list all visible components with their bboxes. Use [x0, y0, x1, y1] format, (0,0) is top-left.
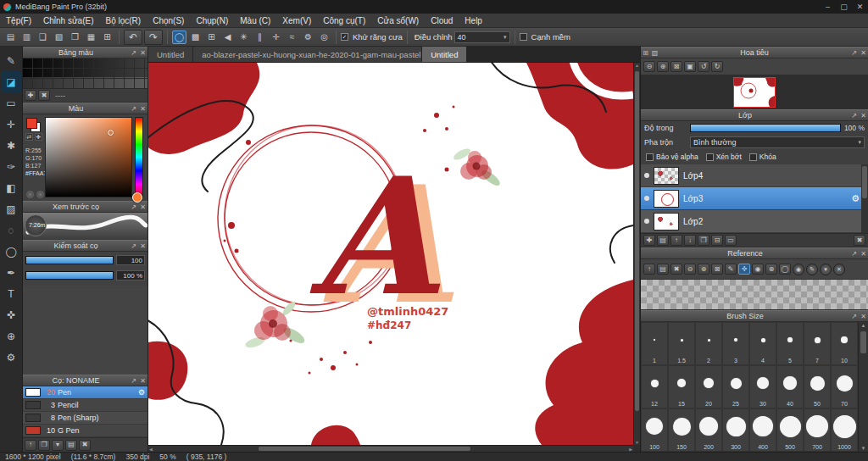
- brush-list-item[interactable]: 20 Pen ⚙: [23, 386, 147, 399]
- snap-grid-icon[interactable]: ⊞: [204, 31, 219, 44]
- popout-icon[interactable]: ↗: [129, 203, 138, 211]
- layer-up-icon[interactable]: ↑: [670, 235, 682, 246]
- brush-up-icon[interactable]: ↑: [25, 440, 36, 451]
- foreground-color-swatch[interactable]: [26, 118, 37, 129]
- opacity-slider[interactable]: [690, 124, 841, 132]
- hand-tool-icon[interactable]: ✜: [2, 304, 21, 325]
- rotate-right-icon[interactable]: ↻: [711, 61, 723, 72]
- ref-fit-icon[interactable]: ⊠: [711, 264, 723, 275]
- navigator-grid-icon[interactable]: ⊞: [641, 49, 650, 57]
- brush-size-option[interactable]: 700: [804, 408, 831, 452]
- brush-size-option[interactable]: 10: [831, 322, 858, 365]
- close-icon[interactable]: ✕: [859, 49, 868, 57]
- brush-size-option[interactable]: 50: [804, 365, 831, 408]
- comment-icon[interactable]: ❑: [36, 31, 50, 44]
- brush-size-option[interactable]: 4: [749, 322, 776, 365]
- brush-size-option[interactable]: 1.5: [668, 322, 695, 365]
- brush-size-option[interactable]: 500: [776, 408, 804, 452]
- ref-circle-icon[interactable]: ◯: [779, 264, 791, 275]
- snap-parallel-icon[interactable]: ∥: [253, 31, 267, 44]
- close-icon[interactable]: ✕: [859, 313, 868, 320]
- canvas-tab[interactable]: Untitled: [148, 47, 193, 62]
- scroll-left-icon[interactable]: ◀: [149, 447, 153, 452]
- menu-tools[interactable]: Công cụ(T): [317, 14, 371, 27]
- close-icon[interactable]: ✕: [859, 112, 868, 119]
- layer-visibility-dot[interactable]: [644, 219, 649, 224]
- ref-round-button-pencil[interactable]: ✎: [806, 264, 818, 275]
- ref-round-button-eye[interactable]: ◉: [793, 264, 804, 275]
- picker-cursor[interactable]: [108, 130, 114, 136]
- add-color-icon[interactable]: ✚: [35, 133, 42, 141]
- scroll-right-icon[interactable]: ▶: [629, 447, 632, 452]
- redo-button[interactable]: ↷: [144, 30, 163, 45]
- popout-icon[interactable]: ↗: [129, 377, 138, 385]
- add-layer-icon[interactable]: ✚: [643, 235, 655, 246]
- canvas-tab[interactable]: ao-blazer-pastel-xu-huong-xuan-he-2020-0…: [193, 47, 422, 62]
- ref-round-button-menu[interactable]: ▾: [820, 264, 832, 275]
- layer-settings-gear-icon[interactable]: ⚙: [851, 193, 860, 204]
- delete-swatch-icon[interactable]: ✖: [38, 90, 50, 101]
- menu-view[interactable]: Xem(V): [276, 14, 317, 27]
- rotate-left-icon[interactable]: ↺: [698, 61, 709, 72]
- brush-size-option[interactable]: 150: [668, 408, 695, 452]
- antialias-checkbox[interactable]: ✓: [341, 33, 348, 41]
- gradient-tool-icon[interactable]: ▨: [2, 198, 21, 219]
- popout-icon[interactable]: ↗: [129, 105, 138, 113]
- brush-size-option[interactable]: 100: [641, 408, 668, 452]
- image-icon[interactable]: ▧: [52, 31, 66, 44]
- canvas-horizontal-scrollbar[interactable]: ◀ ▶: [148, 445, 633, 452]
- canvas-tab-active[interactable]: Untitled: [422, 47, 467, 62]
- brush-size-option[interactable]: 25: [722, 365, 749, 408]
- popout-icon[interactable]: ↗: [849, 313, 859, 320]
- soft-edge-checkbox[interactable]: [520, 33, 527, 41]
- horizontal-scroll-thumb[interactable]: [259, 447, 470, 451]
- hue-cursor[interactable]: [132, 192, 142, 203]
- brush-size-option[interactable]: 400: [749, 408, 776, 452]
- layer-row-selected[interactable]: Lớp3 ⚙: [641, 187, 868, 210]
- brush-size-option[interactable]: 2: [695, 322, 722, 365]
- popout-icon[interactable]: ↗: [129, 242, 138, 250]
- menu-cloud[interactable]: Cloud: [425, 14, 459, 27]
- adjust-select[interactable]: 40 ▾: [454, 31, 510, 43]
- saturation-value-picker[interactable]: [45, 117, 132, 197]
- brush-size-option[interactable]: 15: [668, 365, 695, 408]
- brush-size-option[interactable]: 12: [641, 365, 668, 408]
- brush-size-option[interactable]: 7: [804, 322, 831, 365]
- brush-size-scrollbar[interactable]: ▲ ▼: [858, 322, 868, 452]
- snap-ellipse-icon[interactable]: ◎: [317, 31, 331, 44]
- popout-icon[interactable]: ↗: [849, 49, 859, 57]
- vertical-scroll-thumb[interactable]: [635, 71, 639, 411]
- ref-cross-icon[interactable]: ⊗: [765, 264, 777, 275]
- zoom-tool-icon[interactable]: ⊕: [2, 325, 21, 347]
- snap-off-icon[interactable]: ✳: [236, 31, 251, 44]
- maximize-button[interactable]: ▢: [836, 0, 852, 14]
- copy-icon[interactable]: ❐: [68, 31, 82, 44]
- menu-help[interactable]: Help: [459, 14, 488, 27]
- layer-folder-icon[interactable]: ▤: [657, 235, 669, 246]
- brush-size-option[interactable]: 5: [776, 322, 804, 365]
- clipping-checkbox[interactable]: [706, 153, 714, 161]
- undo-button[interactable]: ↶: [124, 30, 142, 45]
- close-icon[interactable]: ✕: [138, 49, 147, 57]
- scroll-up-icon[interactable]: ▲: [635, 63, 639, 68]
- color-wheel-toggle[interactable]: [26, 191, 34, 198]
- actual-size-icon[interactable]: ▣: [684, 61, 696, 72]
- snap-settings-gear-icon[interactable]: ⚙: [301, 31, 315, 44]
- brush-trash-icon[interactable]: ✖: [79, 440, 91, 451]
- layer-row[interactable]: Lớp4: [641, 164, 868, 187]
- fit-screen-icon[interactable]: ⊠: [670, 61, 682, 72]
- brush-tool-icon[interactable]: ✑: [2, 156, 21, 177]
- ref-clear-icon[interactable]: ✖: [670, 264, 682, 275]
- close-icon[interactable]: ✕: [138, 105, 147, 113]
- brush-size-slider[interactable]: [25, 256, 114, 264]
- layer-list-scrollbar[interactable]: [861, 164, 868, 233]
- brush-size-option[interactable]: 70: [831, 365, 858, 408]
- eraser-tool-icon[interactable]: ◪: [2, 71, 21, 92]
- menu-filter[interactable]: Bộ lọc(R): [100, 14, 147, 27]
- ref-round-button-close[interactable]: ✕: [833, 264, 845, 275]
- layer-visibility-dot[interactable]: [644, 173, 649, 178]
- duplicate-layer-icon[interactable]: ❐: [698, 235, 709, 246]
- hue-slider[interactable]: [135, 117, 143, 197]
- menu-snap[interactable]: Chụp(N): [190, 14, 234, 27]
- brush-menu-icon[interactable]: ▾: [52, 440, 64, 451]
